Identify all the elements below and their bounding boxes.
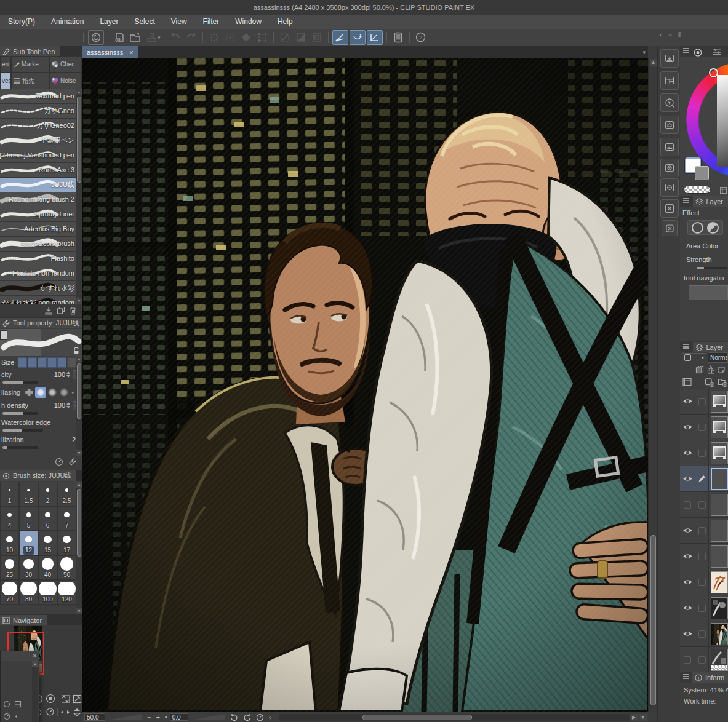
brush-size-tab[interactable]: Brush size: JUJU线 [0, 470, 76, 481]
layer-visibility-hidden[interactable] [680, 492, 695, 517]
new-document-icon[interactable] [112, 31, 127, 44]
document-tab[interactable]: assassinsss × [82, 46, 138, 58]
duplicate-subtool-icon[interactable] [57, 306, 65, 315]
tone-effect-icon[interactable] [707, 222, 719, 234]
layer-visibility-eye-icon[interactable] [680, 595, 695, 621]
layer-row[interactable] [680, 415, 728, 440]
zoom-input[interactable]: 50.0 [84, 713, 105, 721]
menu-view[interactable]: View [163, 15, 195, 29]
opacity-value[interactable]: 100 [54, 371, 65, 378]
menu-animation[interactable]: Animation [43, 15, 92, 29]
brush-item[interactable]: Ran's Axe 3 [0, 163, 82, 178]
floating-palette-window[interactable]: − × ▲ [0, 651, 39, 722]
layer-property-tab[interactable]: Layer [693, 196, 728, 207]
aa-none-button[interactable] [23, 387, 34, 398]
sub-color-swatch[interactable] [695, 166, 709, 180]
brush-item[interactable]: rough&colorbrush [0, 237, 82, 252]
menu-layer[interactable]: Layer [92, 15, 126, 29]
brush-size-6[interactable]: 6 [38, 506, 57, 531]
subtool-tab-marke[interactable]: Marke [11, 56, 49, 73]
layer-row[interactable] [680, 595, 728, 621]
scroll-right-icon[interactable]: ▶ [630, 714, 638, 721]
panel-menu-icon[interactable] [682, 343, 690, 351]
rotation-input[interactable]: 0.0 [170, 713, 188, 721]
aa-chevron-icon[interactable]: ▾ [71, 390, 74, 395]
panel-menu-icon[interactable] [682, 197, 690, 205]
scroll-down-icon[interactable]: ▼ [639, 714, 647, 721]
layer-row[interactable] [680, 621, 728, 647]
brush-item[interactable]: Flashito non-random [0, 266, 82, 281]
opacity-slider[interactable] [2, 381, 38, 384]
layer-checkbox[interactable] [695, 492, 709, 517]
brush-item[interactable]: Round mixing brush 2 [0, 192, 82, 207]
fit-to-screen-icon[interactable] [73, 694, 82, 704]
subtool-panel-tab[interactable]: Sub Tool: Pen [0, 46, 60, 57]
reset-rotate-icon[interactable] [46, 707, 55, 716]
brush-size-80[interactable]: 80 [19, 580, 38, 605]
brush-item[interactable]: かすれ水彩 non random [0, 296, 82, 304]
reselect-icon[interactable] [223, 31, 238, 44]
menu-story-p-[interactable]: Story(P) [0, 15, 43, 29]
mini-flip-icon[interactable] [14, 713, 22, 720]
brush-item[interactable]: 不器用ペン [0, 133, 82, 148]
navigator-tab[interactable]: Navigator [0, 615, 47, 625]
color-wheel-tab-icon[interactable] [694, 48, 702, 55]
invert-selection-icon[interactable] [239, 31, 254, 44]
subtool-tab-ves[interactable]: ves [0, 73, 11, 89]
layer-checkbox[interactable] [695, 569, 709, 595]
layer-checkbox[interactable] [695, 595, 709, 621]
tablet-mode-icon[interactable] [391, 31, 406, 44]
new-folder-icon[interactable] [718, 378, 727, 387]
canvas[interactable] [82, 58, 648, 712]
redo-icon[interactable] [184, 31, 199, 44]
menu-select[interactable]: Select [126, 15, 162, 29]
color-picker-marker[interactable] [709, 68, 718, 77]
dock-handle-icon[interactable]: ‖ [678, 31, 681, 38]
layer-checkbox[interactable] [695, 415, 709, 440]
rotation-slider[interactable] [191, 714, 225, 720]
layer-checkbox[interactable] [695, 621, 709, 646]
close-tab-icon[interactable]: × [129, 49, 133, 56]
new-layer-icon[interactable] [705, 378, 714, 387]
layer-row[interactable] [680, 569, 728, 595]
layer-visibility-hidden[interactable] [680, 647, 695, 672]
deselect-icon[interactable] [207, 31, 222, 44]
density-spinner[interactable] [66, 402, 70, 408]
clip-to-layer-icon[interactable] [695, 365, 704, 374]
subtool-tab-noise[interactable]: Noise [49, 73, 82, 89]
color-set-icon[interactable] [720, 187, 727, 194]
brush-size-25[interactable]: 25 [0, 555, 19, 580]
brush-size-2[interactable]: 2 [38, 482, 57, 506]
layer-visibility-eye-icon[interactable] [680, 621, 695, 646]
layer-row[interactable] [680, 518, 728, 544]
brush-size-scrollbar[interactable]: ▲▼ [76, 482, 82, 614]
size-dynamics-squares[interactable] [18, 357, 77, 368]
brush-list-scrollbar[interactable]: ▲▼ [76, 89, 82, 304]
transform-frame-icon[interactable] [255, 31, 270, 44]
zoom-100-icon[interactable] [46, 694, 55, 704]
layer-checkbox[interactable] [695, 389, 709, 414]
3d-folder-icon[interactable] [660, 159, 679, 177]
transparent-color-swatch[interactable] [684, 186, 711, 194]
layer-visibility-eye-icon[interactable] [680, 440, 695, 466]
selection-frame-icon[interactable] [310, 31, 324, 44]
rotate-ccw-icon[interactable] [230, 713, 238, 721]
flip-view-icon[interactable] [60, 708, 70, 716]
aa-strong-button[interactable] [58, 387, 70, 398]
layer-list-icon[interactable] [682, 378, 692, 386]
layer-checkbox[interactable] [695, 544, 709, 569]
layer-visibility-eye-icon[interactable] [680, 518, 695, 543]
brush-size-70[interactable]: 70 [0, 580, 19, 605]
brush-item[interactable]: [2 hours] Vanshound pen [0, 148, 82, 163]
tool-navigation-box[interactable] [689, 285, 728, 300]
brush-size-30[interactable]: 30 [19, 555, 38, 580]
brush-size-12[interactable]: 12 [19, 531, 38, 555]
undo-icon[interactable] [168, 31, 183, 44]
selection-rect-icon[interactable] [278, 31, 292, 44]
lock-icon[interactable] [73, 347, 80, 354]
collapse-bar-icon[interactable]: ‹ [269, 713, 271, 722]
brush-size-5[interactable]: 5 [19, 506, 38, 531]
reset-view-icon[interactable] [256, 713, 264, 721]
subtool-tab-en[interactable]: en [0, 56, 11, 73]
layer-checkbox[interactable] [695, 440, 709, 466]
